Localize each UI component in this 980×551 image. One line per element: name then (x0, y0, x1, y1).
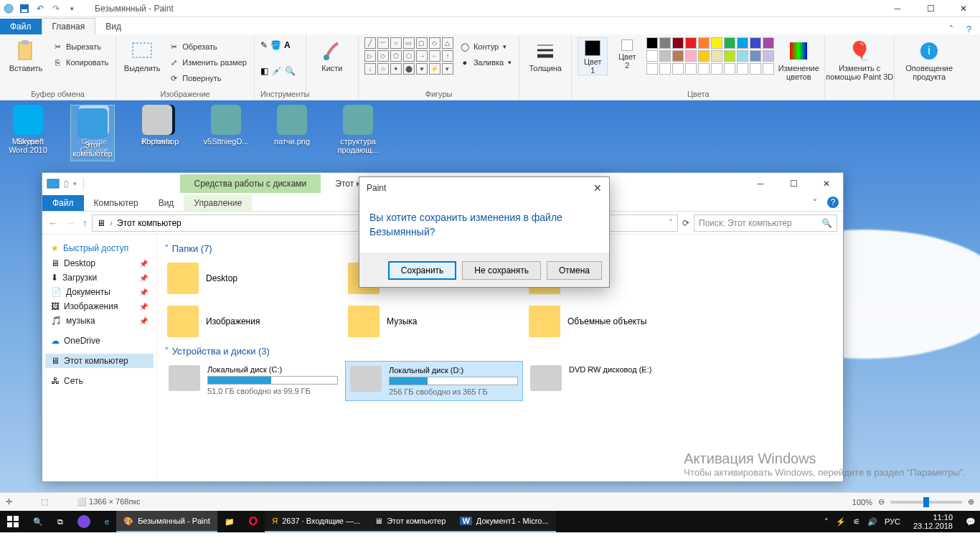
fill-tool-icon[interactable]: 🪣 (270, 40, 281, 50)
palette-swatch[interactable] (711, 37, 722, 49)
zoom-out-icon[interactable]: ⊖ (878, 497, 885, 507)
drive-item[interactable]: Локальный диск (C:)51,0 ГБ свободно из 9… (164, 361, 342, 401)
resize-button[interactable]: ⤢Изменить размер (166, 55, 248, 70)
explorer-tab-file[interactable]: Файл (42, 195, 84, 211)
qat-dropdown-icon[interactable]: ▾ (66, 3, 77, 14)
palette-swatch[interactable] (646, 37, 658, 49)
palette-swatch[interactable] (737, 37, 748, 49)
palette-swatch[interactable] (750, 37, 761, 49)
refresh-icon[interactable]: ⟳ (682, 218, 689, 228)
tray-lang[interactable]: РУС (885, 517, 900, 526)
dialog-close-icon[interactable]: ✕ (593, 182, 602, 194)
picker-tool-icon[interactable]: 💉 (271, 66, 282, 76)
paint3d-button[interactable]: 🎈 Изменить с помощью Paint 3D (831, 37, 888, 81)
explorer-search[interactable]: Поиск: Этот компьютер 🔍 (694, 215, 837, 232)
rotate-button[interactable]: ⟳Повернуть (166, 71, 248, 85)
thickness-button[interactable]: Толщина (525, 37, 565, 72)
explorer-minimize[interactable]: ─ (744, 173, 777, 194)
brushes-button[interactable]: Кисти (312, 37, 352, 72)
explorer-tab-view[interactable]: Вид (149, 195, 184, 211)
pencil-tool-icon[interactable]: ✎ (260, 40, 268, 50)
tray-chevron-icon[interactable]: ˄ (824, 517, 829, 527)
tab-view[interactable]: Вид (95, 19, 131, 34)
edit-colors-button[interactable]: Изменение цветов (778, 37, 819, 81)
tray-network-icon[interactable]: ⚡ (836, 517, 846, 527)
dialog-cancel-button[interactable]: Отмена (547, 261, 602, 280)
taskbar-yandex[interactable]: Я2637 · Входящие —... (265, 511, 367, 532)
palette-swatch[interactable] (763, 37, 774, 49)
select-button[interactable]: Выделить (122, 37, 162, 72)
forward-icon[interactable]: → (65, 217, 75, 229)
explorer-collapse-icon[interactable]: ˅ (807, 195, 823, 211)
folder-item[interactable]: Музыка (345, 301, 523, 342)
up-icon[interactable]: ↑ (83, 217, 88, 229)
explorer-qat-icon[interactable]: ▯ (64, 179, 69, 189)
color2-button[interactable]: Цвет 2 (612, 37, 642, 70)
zoom-slider[interactable] (890, 501, 962, 504)
color-palette[interactable] (646, 37, 774, 75)
redo-icon[interactable]: ↷ (50, 3, 62, 14)
start-button[interactable] (0, 511, 26, 532)
desktop-icon[interactable]: Этот компьютер (70, 105, 115, 161)
fill-button[interactable]: ●Заливка▾ (458, 55, 513, 70)
drive-item[interactable]: Локальный диск (D:)256 ГБ свободно из 36… (345, 361, 523, 401)
tray-wifi-icon[interactable]: ⚟ (853, 517, 860, 527)
shapes-gallery[interactable]: ╱〰○▭▢◇△ ▷◇⬠⬡→←↑ ↓☆✦⬤♥⚡▾ (364, 37, 453, 75)
taskbar-explorer-pin[interactable]: 📁 (217, 511, 242, 532)
text-tool-icon[interactable]: A (284, 40, 291, 50)
taskview-icon[interactable]: ⧉ (50, 511, 70, 532)
product-alert-button[interactable]: i Оповещение продукта (900, 37, 958, 81)
taskbar-opera[interactable]: O (242, 511, 265, 532)
save-icon[interactable] (19, 3, 30, 14)
palette-swatch[interactable] (685, 37, 697, 49)
tab-file[interactable]: Файл (0, 19, 42, 34)
sidebar-item[interactable]: 🖥Desktop📌 (45, 256, 154, 270)
dialog-save-button[interactable]: Сохранить (388, 261, 457, 280)
palette-swatch[interactable] (724, 37, 735, 49)
ribbon-collapse-icon[interactable]: ˄ (949, 24, 953, 34)
taskbar-thispc[interactable]: 🖥Этот компьютер (367, 511, 453, 532)
sidebar-network[interactable]: 🖧Сеть (45, 374, 154, 388)
palette-swatch[interactable] (659, 37, 671, 49)
disk-tools-tab[interactable]: Средства работы с дисками (180, 174, 321, 193)
outline-button[interactable]: ◯Контур▾ (458, 39, 513, 54)
back-icon[interactable]: ← (48, 217, 58, 229)
palette-swatch[interactable] (698, 50, 710, 62)
copy-button[interactable]: ⎘Копировать (50, 55, 110, 70)
palette-swatch[interactable] (646, 50, 658, 62)
palette-swatch[interactable] (672, 63, 684, 75)
palette-swatch[interactable] (763, 50, 774, 62)
palette-swatch[interactable] (763, 63, 774, 75)
folder-item[interactable]: Изображения (164, 301, 342, 342)
zoom-tool-icon[interactable]: 🔍 (285, 66, 296, 76)
palette-swatch[interactable] (698, 63, 710, 75)
undo-icon[interactable]: ↶ (34, 3, 46, 14)
taskbar-word[interactable]: WДокумент1 - Micro... (453, 511, 555, 532)
tab-home[interactable]: Главная (42, 18, 96, 34)
desktop-icon[interactable]: Skype (6, 105, 50, 161)
explorer-qat-dropdown[interactable]: ▾ (73, 180, 77, 187)
close-button[interactable]: ✕ (947, 0, 980, 17)
crop-button[interactable]: ✂Обрезать (166, 39, 248, 54)
minimize-button[interactable]: ─ (881, 0, 914, 17)
cut-button[interactable]: ✂Вырезать (50, 39, 110, 54)
action-center-icon[interactable]: 💬 (966, 517, 976, 527)
explorer-close[interactable]: ✕ (810, 173, 843, 194)
palette-swatch[interactable] (724, 50, 735, 62)
palette-swatch[interactable] (711, 63, 722, 75)
search-taskbar-icon[interactable]: 🔍 (26, 511, 50, 532)
palette-swatch[interactable] (685, 50, 697, 62)
palette-swatch[interactable] (750, 63, 761, 75)
cortana-icon[interactable] (70, 511, 98, 532)
drive-item[interactable]: DVD RW дисковод (E:) (526, 361, 704, 401)
palette-swatch[interactable] (724, 63, 735, 75)
explorer-help-icon[interactable]: ? (827, 197, 839, 208)
sidebar-item[interactable]: 📄Документы📌 (45, 285, 154, 299)
paste-button[interactable]: Вставить (6, 37, 46, 72)
eraser-tool-icon[interactable]: ◧ (260, 66, 268, 76)
explorer-maximize[interactable]: ☐ (777, 173, 810, 194)
palette-swatch[interactable] (685, 63, 697, 75)
palette-swatch[interactable] (750, 50, 761, 62)
palette-swatch[interactable] (737, 63, 748, 75)
sidebar-thispc[interactable]: 🖥Этот компьютер (45, 354, 154, 368)
